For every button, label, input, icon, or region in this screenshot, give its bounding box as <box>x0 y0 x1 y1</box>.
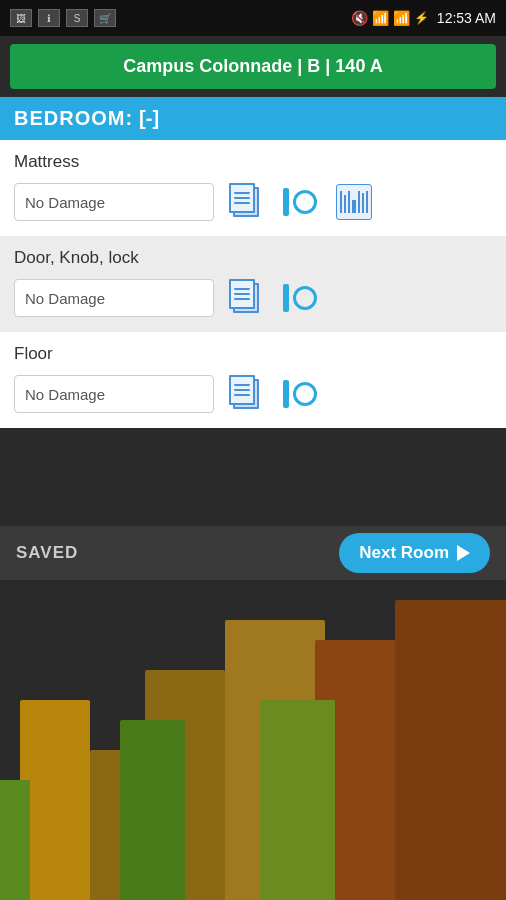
floor-circle-bar-icon[interactable] <box>278 372 322 416</box>
bedroom-label: BEDROOM: <box>14 107 133 130</box>
floor-copy-icon[interactable] <box>224 372 268 416</box>
bedroom-header[interactable]: BEDROOM: [-] <box>0 97 506 140</box>
mute-icon: 🔇 <box>351 10 368 26</box>
location-title: Campus Colonnade | B | 140 A <box>123 56 382 76</box>
mattress-label: Mattress <box>14 152 492 172</box>
city-background <box>0 590 506 900</box>
cart-icon: 🛒 <box>94 9 116 27</box>
collapse-button[interactable]: [-] <box>139 107 159 130</box>
mattress-copy-icon[interactable] <box>224 180 268 224</box>
next-room-arrow-icon <box>457 545 470 561</box>
bottom-bar: SAVED Next Room <box>0 526 506 580</box>
time-display: 12:53 AM <box>437 10 496 26</box>
status-left-icons: 🖼 ℹ S 🛒 <box>10 9 116 27</box>
floor-controls <box>14 372 492 416</box>
building <box>260 700 335 900</box>
main-card: BEDROOM: [-] Mattress <box>0 97 506 428</box>
door-knob-lock-input[interactable] <box>14 279 214 317</box>
status-right-icons: 🔇 📶 📶 ⚡ 12:53 AM <box>351 10 496 26</box>
door-controls <box>14 276 492 320</box>
floor-row: Floor <box>0 332 506 428</box>
mattress-controls <box>14 180 492 224</box>
door-copy-icon[interactable] <box>224 276 268 320</box>
mattress-barcode-icon[interactable] <box>332 180 376 224</box>
next-room-button[interactable]: Next Room <box>339 533 490 573</box>
mattress-row: Mattress <box>0 140 506 236</box>
saved-status: SAVED <box>16 543 78 563</box>
door-circle-bar-icon[interactable] <box>278 276 322 320</box>
s-icon: S <box>66 9 88 27</box>
wifi-icon: 📶 <box>372 10 389 26</box>
floor-input[interactable] <box>14 375 214 413</box>
signal-icon: 📶 <box>393 10 410 26</box>
door-knob-lock-row: Door, Knob, lock <box>0 236 506 332</box>
mattress-circle-bar-icon[interactable] <box>278 180 322 224</box>
building <box>20 700 90 900</box>
mattress-input[interactable] <box>14 183 214 221</box>
info-icon: ℹ <box>38 9 60 27</box>
battery-icon: ⚡ <box>414 11 429 25</box>
floor-label: Floor <box>14 344 492 364</box>
building <box>395 600 506 900</box>
building <box>0 780 30 900</box>
status-bar: 🖼 ℹ S 🛒 🔇 📶 📶 ⚡ 12:53 AM <box>0 0 506 36</box>
building <box>120 720 185 900</box>
photo-icon: 🖼 <box>10 9 32 27</box>
door-knob-lock-label: Door, Knob, lock <box>14 248 492 268</box>
next-room-label: Next Room <box>359 543 449 563</box>
location-header: Campus Colonnade | B | 140 A <box>10 44 496 89</box>
